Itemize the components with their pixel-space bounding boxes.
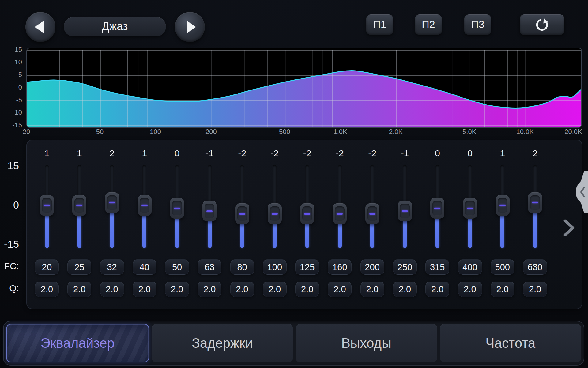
band-gain-value: 0: [455, 148, 485, 159]
slider-scale-max: 15: [0, 160, 19, 172]
chevron-right-icon: [565, 221, 573, 235]
band-gain-value: -2: [228, 148, 257, 159]
band-q-chip[interactable]: 2.0: [491, 282, 514, 297]
band-q-chip[interactable]: 2.0: [523, 282, 547, 297]
tab-outputs[interactable]: Выходы: [296, 324, 437, 362]
band-slider-handle[interactable]: [202, 201, 217, 221]
band-slider-handle-dash-icon: [499, 205, 506, 206]
eq-band: -2 125 2.0: [292, 140, 322, 309]
tab-delays[interactable]: Задержки: [152, 324, 293, 362]
tab-equalizer[interactable]: Эквалайзер: [6, 324, 149, 362]
band-fc-chip[interactable]: 100: [263, 259, 287, 275]
graph-y-tick-label: -10: [2, 109, 22, 117]
band-gain-value: -2: [358, 148, 387, 159]
reset-button[interactable]: [520, 14, 564, 35]
band-fc-chip[interactable]: 250: [393, 259, 417, 275]
graph-y-tick-label: 15: [2, 46, 22, 54]
preset-selector[interactable]: Джаз: [64, 17, 166, 36]
band-q-chip[interactable]: 2.0: [230, 282, 254, 297]
graph-x-tick-label: 50: [81, 128, 118, 136]
graph-x-tick-label: 10.0K: [507, 128, 543, 136]
band-fc-chip[interactable]: 200: [360, 259, 384, 275]
band-fc-chip[interactable]: 315: [425, 259, 449, 275]
band-gain-value: 1: [32, 148, 62, 159]
graph-x-tick-label: 2.0K: [378, 128, 414, 136]
band-slider-handle[interactable]: [268, 203, 282, 224]
band-q-chip[interactable]: 2.0: [67, 282, 91, 297]
eq-band: 2 630 2.0: [520, 140, 550, 309]
band-slider-handle[interactable]: [463, 198, 477, 219]
band-fc-chip[interactable]: 400: [458, 259, 482, 275]
band-slider-handle[interactable]: [398, 201, 412, 221]
band-q-chip[interactable]: 2.0: [133, 282, 156, 297]
preset-next-button[interactable]: [175, 12, 205, 42]
band-fc-chip[interactable]: 500: [491, 259, 514, 275]
arrow-left-icon: [35, 21, 44, 33]
band-fc-chip[interactable]: 40: [133, 259, 156, 275]
band-fc-chip[interactable]: 630: [523, 259, 547, 275]
band-q-chip[interactable]: 2.0: [295, 282, 319, 297]
graph-y-tick-label: 0: [2, 83, 22, 91]
eq-curve-chart: [27, 48, 581, 127]
band-fc-chip[interactable]: 50: [165, 259, 189, 275]
bottom-tab-bar: ЭквалайзерЗадержкиВыходыЧастота: [3, 321, 584, 366]
band-q-chip[interactable]: 2.0: [328, 282, 352, 297]
band-fc-chip[interactable]: 125: [295, 259, 319, 275]
band-slider-handle[interactable]: [300, 203, 314, 224]
eq-band: -2 80 2.0: [228, 140, 257, 309]
band-slider-handle[interactable]: [138, 195, 152, 216]
band-slider-handle[interactable]: [235, 203, 249, 224]
graph-y-tick-label: 5: [2, 71, 22, 79]
graph-y-tick-label: 10: [2, 58, 22, 66]
slider-scale-min: -15: [0, 238, 19, 250]
memory-button-p3[interactable]: П3: [464, 14, 491, 35]
band-slider-handle[interactable]: [170, 198, 184, 219]
band-slider-handle-inner: [140, 198, 149, 213]
side-drawer-handle[interactable]: [575, 171, 588, 213]
band-fc-chip[interactable]: 20: [35, 259, 59, 275]
band-slider-handle[interactable]: [105, 192, 119, 213]
preset-prev-button[interactable]: [25, 12, 55, 42]
band-q-chip[interactable]: 2.0: [360, 282, 384, 297]
refresh-icon: [535, 18, 549, 32]
band-q-chip[interactable]: 2.0: [35, 282, 59, 297]
band-slider-handle-dash-icon: [44, 205, 50, 206]
band-slider-handle-dash-icon: [109, 202, 115, 203]
band-slider-handle-dash-icon: [141, 205, 148, 206]
tab-frequency[interactable]: Частота: [440, 324, 582, 362]
band-q-chip[interactable]: 2.0: [458, 282, 482, 297]
band-q-chip[interactable]: 2.0: [263, 282, 287, 297]
band-slider-handle[interactable]: [496, 195, 510, 216]
arrow-right-icon: [187, 21, 196, 33]
band-slider-handle[interactable]: [430, 198, 444, 219]
band-q-chip[interactable]: 2.0: [100, 282, 124, 297]
band-fc-chip[interactable]: 160: [328, 259, 352, 275]
band-slider-handle[interactable]: [72, 195, 86, 216]
band-slider-handle[interactable]: [528, 192, 542, 213]
eq-band: -2 160 2.0: [325, 140, 354, 309]
band-gain-value: 0: [162, 148, 192, 159]
eq-band: 0 315 2.0: [423, 140, 452, 309]
memory-button-p1[interactable]: П1: [366, 14, 393, 35]
band-fc-chip[interactable]: 25: [67, 259, 91, 275]
band-q-chip[interactable]: 2.0: [198, 282, 221, 297]
band-slider-handle[interactable]: [40, 195, 54, 216]
band-slider-handle-inner: [368, 206, 377, 221]
next-bands-page-button[interactable]: [560, 218, 578, 238]
graph-x-tick-label: 5.0K: [451, 128, 488, 136]
band-q-chip[interactable]: 2.0: [393, 282, 417, 297]
band-fc-chip[interactable]: 32: [100, 259, 124, 275]
band-slider-handle[interactable]: [365, 203, 379, 224]
memory-button-p2[interactable]: П2: [415, 14, 442, 35]
eq-band: 1 500 2.0: [488, 140, 517, 309]
band-gain-value: 1: [65, 148, 94, 159]
band-slider-handle[interactable]: [333, 203, 347, 224]
band-fc-chip[interactable]: 63: [198, 259, 221, 275]
band-gain-value: 1: [488, 148, 517, 159]
band-q-chip[interactable]: 2.0: [165, 282, 189, 297]
band-fc-chip[interactable]: 80: [230, 259, 254, 275]
band-gain-value: -2: [292, 148, 322, 159]
fc-row-label: FC:: [0, 261, 19, 271]
band-q-chip[interactable]: 2.0: [425, 282, 449, 297]
q-row-label: Q:: [0, 283, 19, 293]
